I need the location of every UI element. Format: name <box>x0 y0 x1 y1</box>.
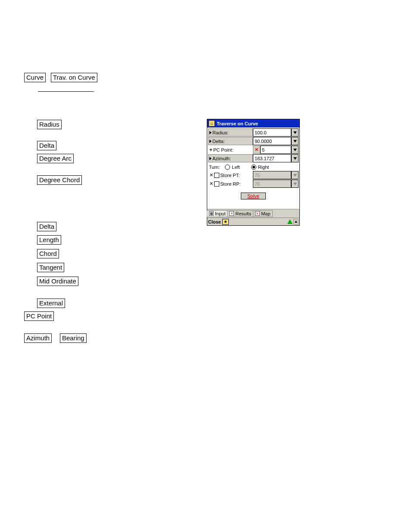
x-icon: ✕ <box>209 181 213 187</box>
delta-label: Delta: <box>212 139 225 144</box>
store-pt-input: 75 <box>253 171 291 179</box>
status-bar: Close ★ <box>207 218 299 225</box>
delta-input[interactable]: 90.0000 <box>253 137 291 145</box>
chevron-down-icon <box>293 174 297 177</box>
pcpoint-map-icon[interactable]: ⨯ <box>253 146 260 154</box>
chevron-down-icon <box>293 149 297 151</box>
row-radius: Radius: 100.0 <box>208 128 299 137</box>
azimuth-dropdown[interactable] <box>291 154 299 162</box>
tab-map-label: Map <box>261 211 270 216</box>
chevron-down-icon <box>293 183 297 185</box>
radius-label-cell[interactable]: Radius: <box>208 128 253 137</box>
tab-map[interactable]: ⨯ Map <box>253 210 272 217</box>
delta-dropdown[interactable] <box>291 137 299 145</box>
bearing-button[interactable]: Bearing <box>60 333 87 343</box>
azimuth-label-cell[interactable]: Azimuth: <box>208 154 253 162</box>
store-rp-input: 76 <box>253 180 291 188</box>
window-title: Traverse on Curve <box>217 121 258 126</box>
row-store-pt: ✕ Store PT: 75 <box>208 171 299 179</box>
length-button[interactable]: Length <box>37 235 61 245</box>
tab-results[interactable]: ≡ Results <box>227 210 253 217</box>
row-store-rp: ✕ Store RP: 76 <box>208 180 299 188</box>
tangent-button[interactable]: Tangent <box>37 263 64 272</box>
row-pcpoint: + PC Point: ⨯ 5 <box>208 146 299 154</box>
status-star-button[interactable]: ★ <box>222 219 229 225</box>
solve-button[interactable]: Solve <box>241 193 266 199</box>
delta-button-1[interactable]: Delta <box>37 141 56 150</box>
warning-icon <box>287 219 293 224</box>
plus-icon: + <box>209 147 212 153</box>
row-turn: Turn: Left Right <box>208 163 299 171</box>
turn-left-label: Left <box>232 165 240 170</box>
pcpoint-label-cell: + PC Point: <box>208 146 253 154</box>
mid-ordinate-button[interactable]: Mid Ordinate <box>37 277 78 286</box>
expand-icon <box>209 157 212 160</box>
azimuth-input[interactable]: 183.1727 <box>253 154 291 162</box>
store-pt-checkbox[interactable] <box>214 173 219 178</box>
input-tab-icon: ▦ <box>209 211 214 216</box>
chevron-down-icon <box>293 157 297 160</box>
expand-icon <box>209 140 212 143</box>
store-rp-checkbox[interactable] <box>214 181 219 187</box>
collapse-up-button[interactable] <box>293 219 299 225</box>
external-button[interactable]: External <box>37 299 65 308</box>
store-pt-dropdown <box>291 171 299 179</box>
trav-on-curve-button[interactable]: Trav. on Curve <box>51 73 97 82</box>
divider <box>38 91 94 92</box>
azimuth-button[interactable]: Azimuth <box>24 333 52 343</box>
tab-bar: ▦ Input ≡ Results ⨯ Map <box>207 209 299 218</box>
azimuth-label: Azimuth: <box>212 156 231 161</box>
store-rp-label: Store RP: <box>220 181 241 187</box>
store-rp-dropdown <box>291 180 299 188</box>
radius-label: Radius: <box>212 130 228 135</box>
titlebar[interactable]: ⌂ Traverse on Curve <box>207 119 299 128</box>
form-area: Radius: 100.0 Delta: 90.0000 + PC Point:… <box>207 128 299 209</box>
store-pt-label: Store PT: <box>220 173 240 178</box>
turn-right-label: Right <box>258 165 269 170</box>
curve-button[interactable]: Curve <box>24 73 46 82</box>
solve-wrap: Solve <box>208 188 299 208</box>
delta-label-cell[interactable]: Delta: <box>208 137 253 145</box>
chevron-down-icon <box>293 131 297 134</box>
pcpoint-dropdown[interactable] <box>291 146 299 154</box>
traverse-on-curve-dialog: ⌂ Traverse on Curve Radius: 100.0 Delta:… <box>207 119 300 226</box>
turn-label: Turn: <box>209 165 220 170</box>
degree-chord-button[interactable]: Degree Chord <box>37 175 82 185</box>
radius-button[interactable]: Radius <box>37 120 62 129</box>
x-icon: ✕ <box>209 172 213 178</box>
row-delta: Delta: 90.0000 <box>208 137 299 145</box>
tab-input-label: Input <box>215 211 225 216</box>
row-azimuth: Azimuth: 183.1727 <box>208 154 299 162</box>
tab-results-label: Results <box>235 211 251 216</box>
chord-button[interactable]: Chord <box>37 249 59 258</box>
chevron-down-icon <box>293 140 297 143</box>
pc-point-button[interactable]: PC Point <box>24 311 54 321</box>
expand-icon <box>209 131 212 134</box>
close-button[interactable]: Close <box>208 219 221 224</box>
turn-left-radio[interactable] <box>225 165 230 170</box>
store-pt-cell: ✕ Store PT: <box>208 171 253 179</box>
map-tab-icon: ⨯ <box>255 211 260 216</box>
delta-button-2[interactable]: Delta <box>37 222 56 231</box>
degree-arc-button[interactable]: Degree Arc <box>37 154 74 163</box>
radius-input[interactable]: 100.0 <box>253 128 291 137</box>
app-icon: ⌂ <box>209 120 215 127</box>
pcpoint-input[interactable]: 5 <box>260 146 291 154</box>
pcpoint-label: PC Point: <box>213 147 233 152</box>
tab-input[interactable]: ▦ Input <box>207 210 227 217</box>
radius-dropdown[interactable] <box>291 128 299 137</box>
results-tab-icon: ≡ <box>229 211 234 216</box>
store-rp-cell: ✕ Store RP: <box>208 180 253 188</box>
turn-right-radio[interactable] <box>251 165 256 170</box>
